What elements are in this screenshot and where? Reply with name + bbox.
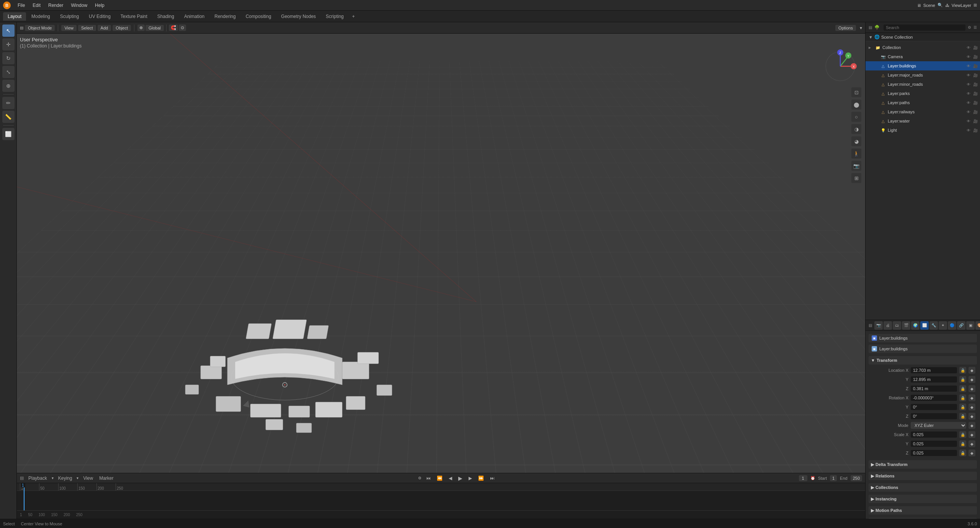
tool-transform[interactable]: ⊕ [2,80,15,92]
tab-animation[interactable]: Animation [180,12,209,21]
props-tab-output[interactable]: 🖨 [884,321,892,330]
vis-render-icon[interactable]: 🎥 [972,118,978,124]
view-menu[interactable]: View [61,25,77,31]
current-frame-display[interactable]: 1 [799,475,807,481]
vis-render-icon[interactable]: 🎥 [972,127,978,133]
relations-section-header[interactable]: ▶ Relations [869,472,977,480]
rotation-x-lock[interactable]: 🔒 [959,394,966,401]
tab-sculpting[interactable]: Sculpting [56,12,83,21]
vp-render-icon[interactable]: ◑ [851,124,861,134]
collections-section-header[interactable]: ▶ Collections [869,483,977,492]
location-z-anim[interactable]: ◆ [969,385,975,392]
location-y-anim[interactable]: ◆ [969,376,975,383]
add-menu[interactable]: Add [98,25,111,31]
tree-item-layer-parks[interactable]: △Layer:parks👁🎥 [866,89,980,98]
object-menu[interactable]: Object [113,25,131,31]
scale-x-value[interactable]: 0.025 [911,432,957,438]
tree-item-collection[interactable]: ▶📁Collection👁🎥 [866,43,980,52]
tool-move[interactable]: ✛ [2,38,15,51]
tl-next-key[interactable]: ⏩ [477,475,485,482]
props-tab-physics[interactable]: 🔵 [948,321,956,330]
scale-z-anim[interactable]: ◆ [969,450,975,456]
scale-x-lock[interactable]: 🔒 [959,431,966,438]
rotation-z-lock[interactable]: 🔒 [959,413,966,420]
vp-walk-icon[interactable]: 🚶 [851,149,861,159]
rotation-y-lock[interactable]: 🔒 [959,404,966,410]
tl-prev-frame[interactable]: ◀ [447,475,454,482]
tool-annotate[interactable]: ✏ [2,97,15,109]
tl-next-frame[interactable]: ▶ [467,475,474,482]
tool-rotate[interactable]: ↻ [2,52,15,64]
tab-modeling[interactable]: Modeling [27,12,55,21]
global-selector[interactable]: ⊕ [137,25,145,31]
rotation-z-value[interactable]: 0° [911,413,957,419]
tl-prev-key[interactable]: ⏪ [435,475,444,482]
rotation-x-anim[interactable]: ◆ [969,394,975,401]
vp-grid-icon[interactable]: ⊞ [851,173,861,183]
props-tab-world[interactable]: 🌍 [911,321,920,330]
timeline-view-menu[interactable]: View [82,475,95,482]
props-tab-particles[interactable]: ✦ [939,321,947,330]
scale-y-value[interactable]: 0.025 [911,441,957,447]
props-tab-scene[interactable]: 🎬 [902,321,910,330]
location-y-lock[interactable]: 🔒 [959,376,966,383]
rotation-mode-anim[interactable]: ◆ [969,422,975,429]
mode-selector[interactable]: Object Mode [25,25,55,31]
snap-icon[interactable]: 🧲 [169,25,178,31]
vis-eye-icon[interactable]: 👁 [965,54,972,60]
tree-item-layer-railways[interactable]: △Layer:railways👁🎥 [866,107,980,116]
proportional-icon[interactable]: ⊙ [179,25,186,31]
location-x-value[interactable]: 12.703 m [911,367,957,373]
vp-perspective-icon[interactable]: ⊡ [851,87,861,97]
vis-render-icon[interactable]: 🎥 [972,81,978,87]
timeline-playback-menu[interactable]: Playback [27,475,49,482]
scale-x-anim[interactable]: ◆ [969,431,975,438]
scale-z-lock[interactable]: 🔒 [959,450,966,456]
menu-window[interactable]: Window [68,2,90,9]
menu-edit[interactable]: Edit [29,2,44,9]
menu-file[interactable]: File [15,2,28,9]
menu-help[interactable]: Help [92,2,108,9]
tool-measure[interactable]: 📏 [2,111,15,123]
menu-render[interactable]: Render [45,2,66,9]
vis-eye-icon[interactable]: 👁 [965,109,972,115]
location-z-value[interactable]: 0.381 m [911,386,957,392]
timeline-keying-menu[interactable]: Keying [57,475,74,482]
instancing-section-header[interactable]: ▶ Instancing [869,495,977,503]
vis-render-icon[interactable]: 🎥 [972,63,978,69]
tree-item-layer-major-roads[interactable]: △Layer:major_roads👁🎥 [866,70,980,80]
select-menu[interactable]: Select [78,25,96,31]
vis-eye-icon[interactable]: 👁 [965,118,972,124]
tab-compositing[interactable]: Compositing [241,12,276,21]
tab-uv-editing[interactable]: UV Editing [84,12,115,21]
delta-transform-header[interactable]: ▶ Delta Transform [869,460,977,469]
props-tab-view[interactable]: 🗂 [893,321,901,330]
tab-texture-paint[interactable]: Texture Paint [116,12,152,21]
tab-scripting[interactable]: Scripting [321,12,348,21]
props-tab-object[interactable]: ⬜ [920,321,929,330]
vis-render-icon[interactable]: 🎥 [972,54,978,60]
vp-overlay-icon[interactable]: ⬤ [851,100,861,110]
vis-render-icon[interactable]: 🎥 [972,72,978,78]
tree-item-layer-paths[interactable]: △Layer:paths👁🎥 [866,98,980,107]
tl-to-end[interactable]: ⏭ [488,475,496,482]
vis-eye-icon[interactable]: 👁 [965,127,972,133]
tab-add[interactable]: + [349,12,358,21]
start-frame-display[interactable]: 1 [830,475,837,481]
tool-scale[interactable]: ⤡ [2,66,15,78]
vp-shading-icon[interactable]: ○ [851,112,861,122]
tree-item-layer-minor-roads[interactable]: △Layer:minor_roads👁🎥 [866,80,980,89]
location-x-lock[interactable]: 🔒 [959,367,966,374]
timeline-marker-menu[interactable]: Marker [98,475,115,482]
vis-eye-icon[interactable]: 👁 [965,72,972,78]
transform-section-header[interactable]: ▼ Transform [869,356,977,365]
vis-render-icon[interactable]: 🎥 [972,44,978,51]
vis-eye-icon[interactable]: 👁 [965,44,972,51]
vp-camera-icon[interactable]: 📷 [851,161,861,171]
tree-item-light[interactable]: 💡Light👁🎥 [866,126,980,135]
motion-paths-section-header[interactable]: ▶ Motion Paths [869,506,977,515]
vis-eye-icon[interactable]: 👁 [965,81,972,87]
vis-render-icon[interactable]: 🎥 [972,100,978,106]
tree-item-camera[interactable]: 📷Camera👁🎥 [866,52,980,61]
tl-to-start[interactable]: ⏮ [425,475,432,482]
